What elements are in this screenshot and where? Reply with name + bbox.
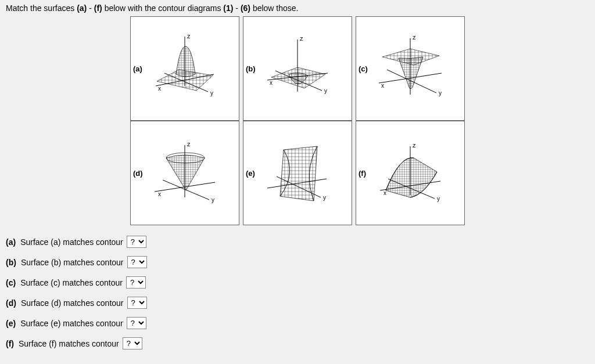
surface-cell-d: (d) z x y bbox=[130, 121, 239, 225]
svg-text:x: x bbox=[158, 85, 161, 92]
surface-plot-a: z x y bbox=[131, 17, 239, 120]
svg-text:y: y bbox=[212, 197, 214, 203]
surface-plot-d: z x y bbox=[131, 121, 239, 225]
answer-list: (a) Surface (a) matches contour ?123456 … bbox=[6, 236, 589, 349]
surface-label-a: (a) bbox=[133, 64, 142, 73]
svg-text:x: x bbox=[383, 190, 386, 196]
svg-text:z: z bbox=[187, 33, 191, 39]
svg-text:z: z bbox=[300, 35, 303, 42]
surface-plot-f: z x y bbox=[356, 121, 464, 225]
contour-select-d[interactable]: ?123456 bbox=[127, 297, 147, 309]
surface-label-d: (d) bbox=[133, 169, 143, 178]
contour-select-b[interactable]: ?123456 bbox=[127, 256, 147, 268]
answer-row-f: (f) Surface (f) matches contour ?123456 bbox=[6, 337, 589, 349]
surface-cell-f: (f) z x y bbox=[356, 121, 465, 225]
answer-row-e: (e) Surface (e) matches contour ?123456 bbox=[6, 317, 589, 329]
svg-text:x: x bbox=[158, 191, 161, 197]
svg-text:z: z bbox=[187, 140, 191, 147]
answer-text-e: Surface (e) matches contour bbox=[20, 319, 123, 328]
surface-label-e: (e) bbox=[246, 169, 255, 178]
answer-text-a: Surface (a) matches contour bbox=[20, 237, 123, 247]
answer-row-d: (d) Surface (d) matches contour ?123456 bbox=[6, 297, 589, 309]
surface-label-f: (f) bbox=[359, 169, 366, 178]
surfaces-grid: (a) z x y (b bbox=[127, 16, 468, 225]
surface-label-c: (c) bbox=[359, 64, 368, 73]
question-text: Match the surfaces (a) - (f) below with … bbox=[6, 3, 589, 13]
surface-plot-c: z x y bbox=[356, 17, 464, 120]
svg-text:x: x bbox=[270, 80, 273, 86]
svg-text:y: y bbox=[439, 90, 442, 96]
contour-select-e[interactable]: ?123456 bbox=[127, 317, 146, 329]
surface-cell-e: (e) y bbox=[243, 121, 352, 225]
svg-text:y: y bbox=[210, 90, 213, 96]
answer-row-c: (c) Surface (c) matches contour ?123456 bbox=[6, 276, 589, 289]
surface-cell-a: (a) z x y bbox=[130, 16, 239, 121]
surface-plot-b: z x y bbox=[243, 17, 352, 120]
contour-select-a[interactable]: ?123456 bbox=[127, 236, 146, 248]
surface-label-b: (b) bbox=[246, 64, 256, 73]
svg-marker-31 bbox=[280, 146, 317, 201]
answer-row-a: (a) Surface (a) matches contour ?123456 bbox=[6, 236, 589, 248]
answer-text-f: Surface (f) matches contour bbox=[19, 339, 119, 348]
svg-text:y: y bbox=[324, 88, 327, 94]
surface-plot-e: y bbox=[243, 121, 352, 225]
answer-text-c: Surface (c) matches contour bbox=[20, 278, 123, 287]
contour-select-c[interactable]: ?123456 bbox=[126, 276, 146, 289]
answer-text-d: Surface (d) matches contour bbox=[21, 298, 124, 308]
svg-text:z: z bbox=[413, 34, 416, 41]
svg-text:x: x bbox=[381, 82, 384, 89]
surface-cell-b: (b) z x y bbox=[243, 16, 352, 121]
svg-text:y: y bbox=[437, 196, 440, 202]
answer-row-b: (b) Surface (b) matches contour ?123456 bbox=[6, 256, 589, 268]
svg-text:z: z bbox=[413, 142, 416, 149]
svg-text:y: y bbox=[323, 194, 326, 201]
surface-cell-c: (c) z x y bbox=[356, 16, 465, 121]
answer-text-b: Surface (b) matches contour bbox=[21, 258, 124, 267]
contour-select-f[interactable]: ?123456 bbox=[123, 337, 142, 349]
